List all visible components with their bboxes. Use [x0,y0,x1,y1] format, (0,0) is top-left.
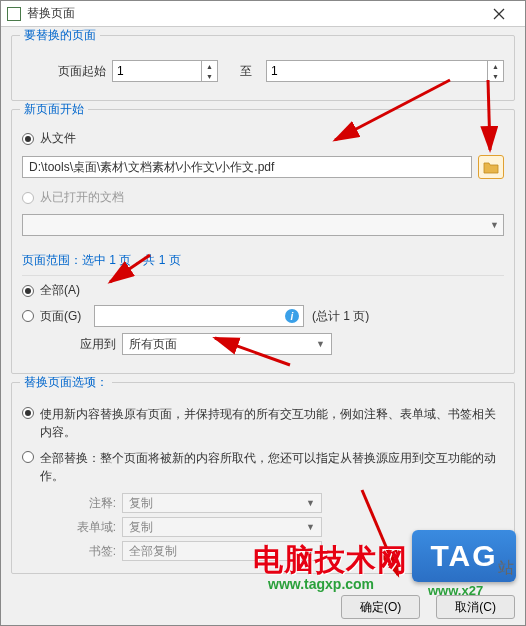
radio-replace-all[interactable] [22,451,34,463]
cancel-button[interactable]: 取消(C) [436,595,515,619]
spin-up-icon[interactable]: ▲ [488,61,503,71]
form-label: 表单域: [22,519,122,536]
chevron-down-icon: ▼ [306,498,315,508]
group1-title: 要替换的页面 [20,27,100,44]
to-page-input[interactable] [267,61,487,81]
radio-from-file[interactable] [22,133,34,145]
from-open-label: 从已打开的文档 [40,189,124,206]
spin-up-icon[interactable]: ▲ [202,61,217,71]
opt1-text: 使用新内容替换原有页面，并保持现有的所有交互功能，例如注释、表单域、书签相关内容… [40,405,504,441]
radio-keep-interactive[interactable] [22,407,34,419]
group3-title: 替换页面选项： [20,374,112,391]
annot-label: 注释: [22,495,122,512]
radio-pages[interactable] [22,310,34,322]
to-page-spinner[interactable]: ▲▼ [266,60,504,82]
chevron-down-icon: ▼ [306,522,315,532]
open-doc-combo: ▼ [22,214,504,236]
close-button[interactable] [479,2,519,26]
apply-to-label: 应用到 [22,336,122,353]
ok-button[interactable]: 确定(O) [341,595,420,619]
chevron-down-icon: ▼ [316,339,325,349]
watermark-site: 电脑技术网 [253,540,408,581]
radio-from-open[interactable] [22,192,34,204]
file-path-input[interactable]: D:\tools\桌面\素材\文档素材\小作文\小作文.pdf [22,156,472,178]
chevron-down-icon: ▼ [490,220,499,230]
spin-down-icon[interactable]: ▼ [202,71,217,81]
app-icon [7,7,21,21]
window-title: 替换页面 [27,5,479,22]
watermark-url: www.tagxp.com [268,576,374,592]
pages-label: 页面(G) [40,308,94,325]
all-pages-label: 全部(A) [40,282,80,299]
pages-total: (总计 1 页) [312,308,369,325]
form-combo: 复制▼ [122,517,322,537]
annot-combo: 复制▼ [122,493,322,513]
group-pages-to-replace: 要替换的页面 页面起始 ▲▼ 至 ▲▼ [11,35,515,101]
watermark-zhan: 站 [498,558,514,579]
from-file-label: 从文件 [40,130,76,147]
from-page-input[interactable] [113,61,201,81]
close-icon [493,8,505,20]
group-new-pages: 新页面开始 从文件 D:\tools\桌面\素材\文档素材\小作文\小作文.pd… [11,109,515,374]
info-icon: i [285,309,299,323]
folder-open-icon [483,160,499,174]
group2-title: 新页面开始 [20,101,88,118]
range-title: 页面范围：选中 1 页，共 1 页 [22,252,504,269]
bookmark-label: 书签: [22,543,122,560]
opt2-text: 全部替换：整个页面将被新的内容所取代，您还可以指定从替换源应用到交互功能的动作。 [40,449,504,485]
radio-all-pages[interactable] [22,285,34,297]
titlebar: 替换页面 [1,1,525,27]
browse-button[interactable] [478,155,504,179]
watermark-tag-url: www.x27 [428,583,483,598]
to-label: 至 [240,63,252,80]
from-page-spinner[interactable]: ▲▼ [112,60,218,82]
apply-to-combo[interactable]: 所有页面 ▼ [122,333,332,355]
pages-input[interactable]: i [94,305,304,327]
spin-down-icon[interactable]: ▼ [488,71,503,81]
from-page-label: 页面起始 [22,63,112,80]
